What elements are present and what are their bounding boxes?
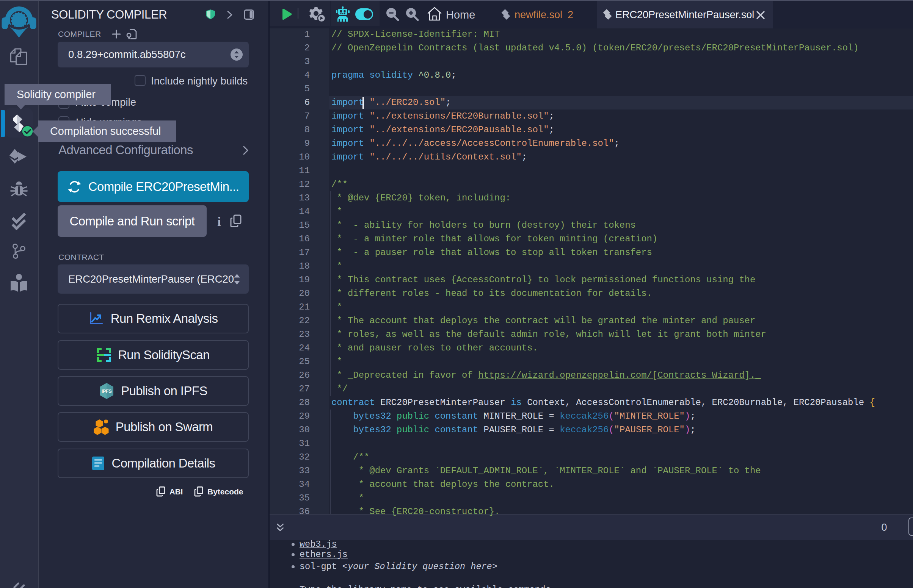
svg-text:IPFS: IPFS bbox=[102, 388, 112, 394]
